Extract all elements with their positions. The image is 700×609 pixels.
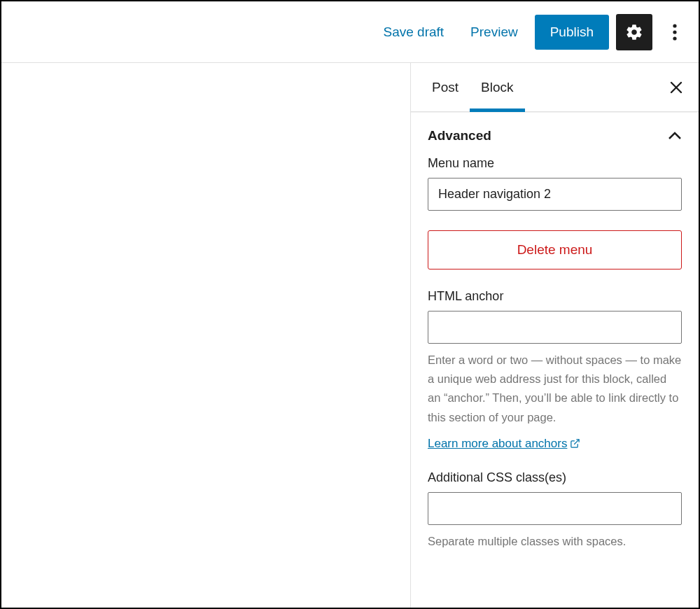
gear-icon	[625, 23, 643, 41]
svg-line-5	[575, 440, 580, 444]
advanced-panel: Advanced Menu name Delete menu HTML anch…	[411, 112, 699, 570]
html-anchor-help: Enter a word or two — without spaces — t…	[428, 351, 682, 427]
svg-point-1	[673, 30, 676, 34]
chevron-up-icon	[668, 132, 682, 140]
css-classes-label: Additional CSS class(es)	[428, 470, 682, 485]
svg-point-0	[673, 24, 676, 27]
advanced-title: Advanced	[428, 128, 491, 144]
settings-button[interactable]	[616, 14, 652, 50]
html-anchor-input[interactable]	[428, 311, 682, 344]
learn-more-label: Learn more about anchors	[428, 437, 567, 451]
settings-sidebar: Post Block Advanced Menu name	[410, 63, 699, 608]
css-classes-help: Separate multiple classes with spaces.	[428, 532, 682, 551]
preview-button[interactable]: Preview	[461, 18, 528, 47]
tab-post[interactable]: Post	[421, 63, 470, 111]
svg-point-2	[673, 36, 676, 40]
menu-name-label: Menu name	[428, 156, 682, 171]
more-vertical-icon	[673, 23, 677, 41]
publish-button[interactable]: Publish	[535, 15, 609, 50]
close-sidebar-button[interactable]	[666, 78, 686, 97]
save-draft-button[interactable]: Save draft	[373, 18, 454, 47]
menu-name-input[interactable]	[428, 178, 682, 211]
tab-block[interactable]: Block	[470, 63, 524, 111]
html-anchor-label: HTML anchor	[428, 289, 682, 304]
learn-more-anchors-link[interactable]: Learn more about anchors	[428, 437, 580, 451]
delete-menu-button[interactable]: Delete menu	[428, 230, 682, 270]
editor-canvas[interactable]	[1, 63, 410, 608]
advanced-panel-toggle[interactable]: Advanced	[411, 113, 699, 156]
more-options-button[interactable]	[659, 14, 690, 50]
external-link-icon	[570, 438, 580, 449]
sidebar-tabs: Post Block	[411, 63, 699, 112]
css-classes-input[interactable]	[428, 492, 682, 525]
close-icon	[669, 80, 683, 94]
editor-topbar: Save draft Preview Publish	[1, 1, 699, 63]
